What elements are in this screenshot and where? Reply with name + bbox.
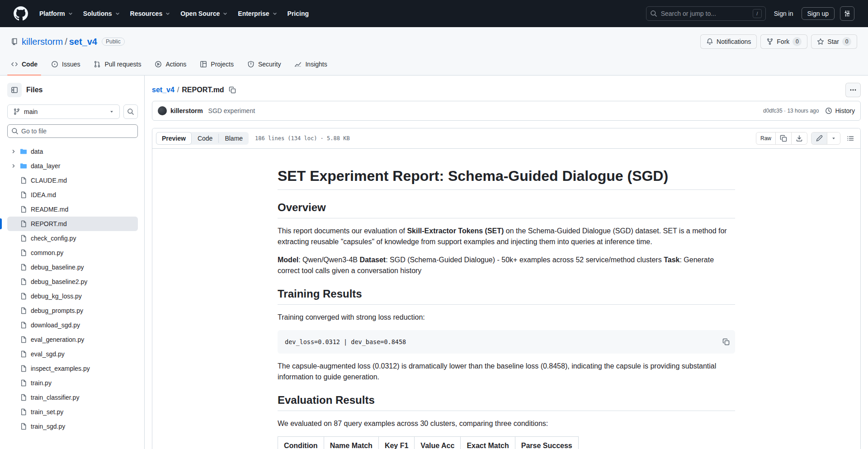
tab-label: Pull requests <box>104 61 141 68</box>
code-block: dev_loss=0.0312 | dev_base=0.8458 <box>278 330 735 354</box>
code-text: dev_loss=0.0312 | dev_base=0.8458 <box>285 338 406 345</box>
fork-icon <box>766 38 774 45</box>
repo-name-link[interactable]: set_v4 <box>69 37 97 47</box>
tab-preview[interactable]: Preview <box>156 132 192 145</box>
file-icon <box>20 408 27 416</box>
tree-row[interactable]: eval_generation.py <box>7 332 138 347</box>
nav-item[interactable]: Platform <box>34 6 78 21</box>
overview-paragraph-2: Model: Qwen/Qwen3-4B Dataset: SGD (Schem… <box>278 255 735 276</box>
edit-button[interactable] <box>811 132 827 144</box>
copy-icon <box>780 135 787 142</box>
nav-item[interactable]: Enterprise <box>233 6 282 21</box>
edit-dropdown-button[interactable] <box>827 132 840 144</box>
download-button[interactable] <box>791 132 807 144</box>
file-icon <box>20 293 27 300</box>
file-icon <box>20 206 27 213</box>
primary-nav: Platform Solutions Resources Ope <box>34 6 314 21</box>
code-icon <box>11 61 18 68</box>
overview-paragraph-1: This report documents our evaluation of … <box>278 226 735 247</box>
file-icon <box>20 177 27 184</box>
file-toolbar: Preview Code Blame 186 lines (134 loc) ·… <box>152 128 860 149</box>
notifications-button[interactable]: Notifications <box>700 34 757 49</box>
tree-row[interactable]: train_classifier.py <box>7 390 138 405</box>
tree-row[interactable]: README.md <box>7 202 138 217</box>
tree-row-label: debug_baseline2.py <box>31 278 87 285</box>
tab-blame[interactable]: Blame <box>219 132 249 145</box>
tree-row[interactable]: debug_prompts.py <box>7 303 138 318</box>
sign-in-link[interactable]: Sign in <box>771 8 796 19</box>
tree-row[interactable]: debug_baseline2.py <box>7 274 138 289</box>
tree-row[interactable]: CLAUDE.md <box>7 173 138 188</box>
tree-row[interactable]: debug_baseline.py <box>7 260 138 274</box>
chevron-down-icon <box>115 11 120 16</box>
history-link[interactable]: History <box>825 107 855 114</box>
file-icon <box>20 394 27 401</box>
folder-icon <box>20 162 27 170</box>
star-button[interactable]: Star 0 <box>811 34 857 49</box>
tab-projects[interactable]: Projects <box>196 53 237 75</box>
file-icon <box>20 336 27 343</box>
tree-row[interactable]: IDEA.md <box>7 188 138 202</box>
tab-pull-requests[interactable]: Pull requests <box>90 53 145 75</box>
nav-item[interactable]: Open Source <box>175 6 233 21</box>
tree-row[interactable]: debug_kg_loss.py <box>7 289 138 303</box>
more-options-button[interactable] <box>845 83 861 97</box>
github-logo[interactable] <box>14 6 28 21</box>
tree-row[interactable]: data_layer <box>7 159 138 173</box>
branch-selector[interactable]: main <box>7 104 120 119</box>
search-this-repo-button[interactable] <box>123 104 138 119</box>
search-icon <box>127 108 134 115</box>
tree-row[interactable]: eval_sgd.py <box>7 347 138 361</box>
tree-row-label: IDEA.md <box>31 191 56 199</box>
tree-row[interactable]: inspect_examples.py <box>7 361 138 376</box>
collapse-sidebar-button[interactable] <box>7 83 22 97</box>
table-header-cell: Exact Match <box>461 437 515 449</box>
tab-label: Actions <box>165 61 186 68</box>
tree-row-label: inspect_examples.py <box>31 365 90 372</box>
tab-actions[interactable]: Actions <box>151 53 190 75</box>
go-to-file-input[interactable] <box>7 124 138 138</box>
tree-row[interactable]: download_sgd.py <box>7 318 138 332</box>
tree-row[interactable]: REPORT.md <box>7 217 138 231</box>
tab-issues[interactable]: Issues <box>47 53 84 75</box>
breadcrumb-repo-link[interactable]: set_v4 <box>152 86 175 94</box>
nav-item-label: Pricing <box>288 10 309 17</box>
copy-file-button[interactable] <box>775 132 791 144</box>
commit-message-link[interactable]: SGD experiment <box>208 107 255 114</box>
sign-up-button[interactable]: Sign up <box>802 7 835 20</box>
copy-code-button[interactable] <box>722 338 730 345</box>
file-icon <box>20 307 27 314</box>
tree-row[interactable]: train_sgd.py <box>7 419 138 434</box>
star-icon <box>817 38 824 45</box>
file-icon <box>20 278 27 285</box>
raw-button[interactable]: Raw <box>756 132 775 144</box>
avatar[interactable] <box>158 106 167 115</box>
outline-button[interactable] <box>844 132 857 145</box>
tree-row[interactable]: train_set.py <box>7 405 138 419</box>
fork-button[interactable]: Fork 0 <box>760 34 807 49</box>
nav-item[interactable]: Solutions <box>78 6 125 21</box>
tab-insights[interactable]: Insights <box>291 53 330 75</box>
tree-row[interactable]: check_config.py <box>7 231 138 246</box>
global-search-input[interactable]: Search or jump to... / <box>646 6 766 21</box>
tab-security[interactable]: Security <box>244 53 285 75</box>
chevron-down-icon <box>68 11 73 16</box>
commit-hash-time[interactable]: d0dfc35 · 13 hours ago <box>763 108 819 114</box>
star-label: Star <box>827 38 839 45</box>
tree-row[interactable]: data <box>7 144 138 159</box>
appearance-settings-button[interactable] <box>840 6 854 21</box>
training-paragraph-1: Training converged with strong loss redu… <box>278 312 735 323</box>
copy-path-button[interactable] <box>229 86 236 94</box>
star-count: 0 <box>842 37 851 46</box>
commit-author-link[interactable]: killerstorm <box>170 107 203 114</box>
tree-row[interactable]: train.py <box>7 376 138 390</box>
file-icon <box>20 249 27 256</box>
nav-item[interactable]: Resources <box>125 6 176 21</box>
tree-row[interactable]: common.py <box>7 246 138 260</box>
repo-owner-link[interactable]: killerstorm <box>22 37 63 47</box>
pencil-icon <box>816 135 823 142</box>
tab-code[interactable]: Code <box>7 53 41 75</box>
tab-label: Projects <box>211 61 234 68</box>
tab-code-view[interactable]: Code <box>192 132 218 145</box>
nav-item[interactable]: Pricing <box>283 6 314 21</box>
